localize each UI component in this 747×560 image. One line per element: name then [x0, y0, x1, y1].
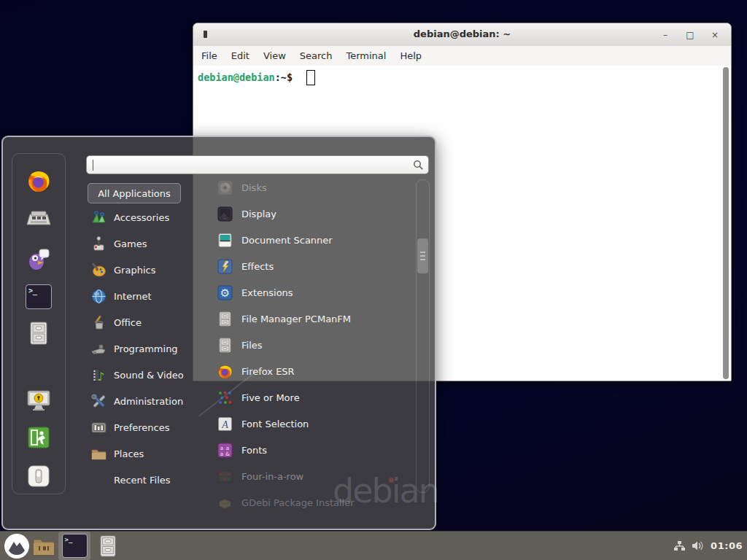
app-label: GDebi Package Installer [241, 497, 355, 508]
graphics-icon [90, 262, 107, 279]
category-internet[interactable]: Internet [86, 283, 200, 309]
svg-text:&: & [225, 451, 230, 456]
menu-search[interactable]: Search [300, 50, 333, 61]
category-label: Programming [114, 343, 178, 354]
package-manager-launcher[interactable] [26, 206, 52, 233]
category-recent-files[interactable]: Recent Files [86, 467, 200, 493]
menu-edit[interactable]: Edit [231, 50, 249, 61]
svg-text:♪: ♪ [97, 370, 104, 384]
category-label: Sound & Video [114, 370, 184, 381]
category-label: Graphics [114, 265, 155, 276]
category-label: Internet [114, 291, 152, 302]
app-list-scrollbar[interactable] [416, 179, 430, 493]
pidgin-icon [26, 246, 51, 271]
extensions-icon: ⚙ [217, 285, 233, 300]
category-label: Recent Files [114, 475, 171, 486]
terminal-titlebar[interactable]: debian@debian: ~ – □ × [193, 23, 731, 47]
menu-terminal[interactable]: Terminal [346, 50, 386, 61]
accessories-icon [90, 209, 107, 226]
category-programming[interactable]: Programming [86, 335, 200, 362]
search-bar[interactable] [86, 155, 429, 174]
keyboard-icon [26, 209, 51, 230]
close-button[interactable]: × [708, 28, 722, 42]
file-manager-taskbar-launcher[interactable] [32, 534, 55, 558]
terminal-menubar: File Edit View Search Terminal Help [193, 46, 731, 66]
terminal-window-button[interactable]: >_ [58, 532, 90, 560]
menu-view[interactable]: View [263, 50, 286, 61]
category-graphics[interactable]: Graphics [86, 257, 200, 283]
app-label: File Manager PCManFM [241, 314, 351, 324]
search-input[interactable] [87, 157, 428, 173]
app-document-scanner[interactable]: Document Scanner [207, 227, 417, 253]
file-manager-launcher[interactable] [26, 320, 52, 346]
app-files[interactable]: Files [207, 332, 417, 358]
programming-icon [90, 341, 107, 357]
preferences-icon [90, 419, 107, 436]
logout-button[interactable] [26, 424, 52, 451]
network-icon[interactable] [673, 540, 686, 552]
file-cabinet-icon [28, 321, 49, 346]
category-accessories[interactable]: Accessories [86, 204, 200, 230]
gdebi-icon [217, 495, 233, 510]
file-cabinet-icon [217, 338, 233, 353]
svg-text:⚙: ⚙ [220, 287, 230, 300]
clock[interactable]: 01:06 [711, 540, 743, 551]
logout-icon [27, 426, 50, 449]
category-label: Administration [114, 396, 183, 407]
firefox-icon [217, 364, 233, 379]
category-preferences[interactable]: Preferences [86, 414, 200, 440]
volume-icon[interactable] [692, 540, 705, 551]
terminal-scrollbar[interactable] [723, 67, 729, 379]
system-tray: 01:06 [673, 532, 743, 560]
favorites-column: >_ [12, 153, 66, 494]
font-selection-icon: A [217, 416, 233, 432]
app-four-in-a-row[interactable]: Four-in-a-row [207, 463, 417, 489]
places-icon [90, 446, 107, 462]
app-fonts[interactable]: a a a & Fonts [207, 437, 417, 463]
application-menu: >_ [1, 136, 436, 530]
app-display[interactable]: Display [207, 201, 417, 227]
four-in-a-row-icon [217, 469, 233, 484]
shutdown-icon [27, 464, 50, 488]
pidgin-launcher[interactable] [26, 246, 52, 272]
app-label: Font Selection [241, 419, 309, 429]
category-sound-video[interactable]: ♪ Sound & Video [86, 362, 200, 388]
app-firefox-esr[interactable]: Firefox ESR [207, 358, 417, 384]
category-office[interactable]: Office [86, 309, 200, 335]
category-places[interactable]: Places [86, 440, 200, 467]
menu-button[interactable] [4, 534, 29, 559]
terminal-icon: >_ [62, 534, 88, 558]
sound-video-icon: ♪ [90, 367, 107, 384]
menu-button-icon [7, 536, 27, 556]
maximize-button[interactable]: □ [683, 28, 697, 42]
lock-screen-button[interactable] [26, 387, 52, 413]
prompt-path: :~$ [275, 71, 293, 83]
app-extensions[interactable]: ⚙ Extensions [207, 279, 417, 306]
firefox-launcher[interactable] [26, 168, 52, 194]
app-effects[interactable]: Effects [207, 253, 417, 279]
lock-screen-icon [26, 389, 51, 412]
app-disks[interactable]: Disks [207, 174, 417, 201]
terminal-title: debian@debian: ~ [193, 28, 731, 39]
app-list: Disks Display [207, 174, 417, 517]
disks-icon [217, 180, 233, 195]
app-five-or-more[interactable]: Five or More [207, 384, 417, 411]
category-label: Office [114, 317, 142, 328]
minimize-button[interactable]: – [658, 28, 673, 42]
scrollbar-thumb[interactable] [417, 238, 428, 273]
shutdown-button[interactable] [26, 463, 52, 489]
app-font-selection[interactable]: A Font Selection [207, 411, 417, 437]
category-administration[interactable]: Administration [86, 388, 200, 414]
app-label: Display [241, 209, 276, 219]
desktop: debian@debian: ~ – □ × File Edit View Se… [0, 0, 747, 560]
app-gdebi-package-installer[interactable]: GDebi Package Installer [207, 489, 417, 516]
menu-help[interactable]: Help [400, 50, 422, 61]
menu-file[interactable]: File [201, 50, 217, 61]
file-cabinet-taskbar-launcher[interactable] [98, 534, 118, 558]
internet-icon [90, 288, 107, 305]
category-all-applications[interactable]: All Applications [88, 183, 181, 203]
category-games[interactable]: Games [86, 230, 200, 257]
app-file-manager-pcmanfm[interactable]: File Manager PCManFM [207, 306, 417, 332]
terminal-launcher[interactable]: >_ [26, 284, 52, 310]
category-label: Games [114, 238, 147, 249]
